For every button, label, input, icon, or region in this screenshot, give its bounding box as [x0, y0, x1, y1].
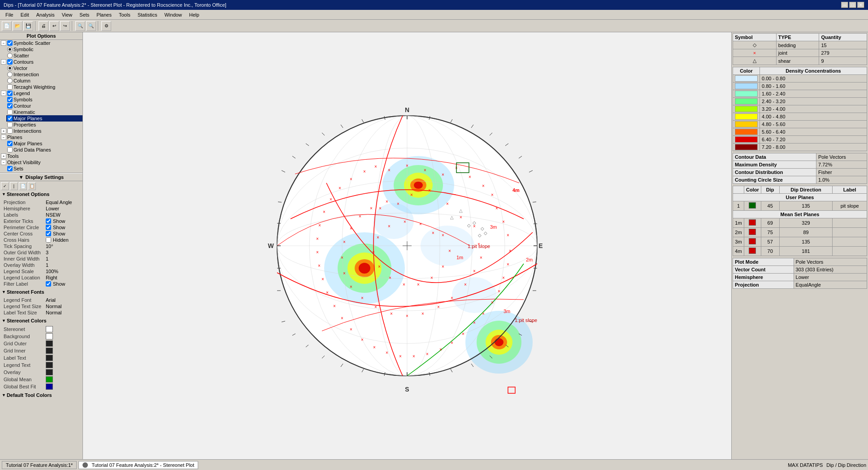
tree-symbols[interactable]: Symbols	[6, 96, 82, 103]
color-grid-outer-swatch[interactable]	[46, 340, 53, 347]
save-button[interactable]: 💾	[23, 21, 33, 31]
menu-analysis[interactable]: Analysis	[33, 11, 58, 18]
expand-symbolic-scatter[interactable]: −	[1, 40, 6, 46]
radio-symbolic[interactable]	[7, 47, 13, 52]
filter-button[interactable]: ⚙	[101, 21, 111, 31]
tree-object-visibility[interactable]: − Object Visibility	[0, 159, 82, 165]
menu-help[interactable]: Help	[186, 11, 203, 18]
check-button[interactable]: ✓	[1, 182, 9, 190]
toolbar-btn3[interactable]: 📄	[19, 182, 27, 190]
cb-center-cross[interactable]	[46, 231, 51, 236]
colors-section-header[interactable]: ▼ Stereonet Colors	[0, 318, 82, 324]
cb-grid-data-planes[interactable]	[7, 147, 13, 152]
expand-object-vis[interactable]: −	[1, 160, 6, 165]
tree-tools[interactable]: + Tools	[0, 153, 82, 159]
tree-kinematic[interactable]: Kinematic	[6, 109, 82, 115]
redo-button[interactable]: ↪	[60, 21, 70, 31]
expand-tools[interactable]: +	[1, 153, 6, 159]
tree-intersections[interactable]: + Intersections	[0, 128, 82, 134]
minimize-button[interactable]: ─	[841, 2, 848, 8]
tree-contours[interactable]: − Contours	[0, 59, 82, 65]
cb-legend[interactable]	[7, 91, 13, 96]
menu-window[interactable]: Window	[161, 11, 186, 18]
open-button[interactable]: 📂	[13, 21, 22, 31]
cb-major-planes2[interactable]	[7, 141, 13, 146]
tree-legend[interactable]: − Legend	[0, 90, 82, 96]
menu-tools[interactable]: Tools	[115, 11, 134, 18]
toolbar: 📄 📂 💾 🖨 ↩ ↪ 🔍 🔍 ⚙	[0, 20, 868, 32]
menu-edit[interactable]: Edit	[17, 11, 33, 18]
color-background-swatch[interactable]	[46, 333, 53, 339]
tree-contour-legend[interactable]: Contour	[6, 103, 82, 109]
user-plane-1-color	[744, 201, 761, 211]
tree-symbolic[interactable]: Symbolic	[6, 46, 82, 52]
close-button[interactable]: ✕	[857, 2, 864, 8]
cb-kinematic[interactable]	[7, 109, 13, 115]
cb-major-planes[interactable]	[7, 116, 13, 121]
color-global-mean-swatch[interactable]	[46, 376, 53, 383]
radio-scatter[interactable]	[7, 53, 13, 58]
tree-major-planes2[interactable]: Major Planes	[6, 140, 82, 147]
cb-symbols[interactable]	[7, 97, 13, 102]
cb-sets[interactable]	[7, 166, 13, 171]
cb-contours[interactable]	[7, 59, 13, 65]
expand-legend[interactable]: −	[1, 91, 6, 96]
menu-statistics[interactable]: Statistics	[134, 11, 161, 18]
tree-properties[interactable]: Properties	[6, 122, 82, 128]
tree-sets[interactable]: Sets	[6, 165, 82, 172]
cb-cross-hairs[interactable]	[46, 237, 51, 243]
status-tab-2[interactable]: Tutorial 07 Feature Analysis:2* - Stereo…	[78, 461, 198, 469]
expand-intersections[interactable]: +	[1, 128, 6, 134]
radio-vector[interactable]	[7, 65, 13, 71]
cb-intersections[interactable]	[7, 128, 13, 134]
tree-terzaghi[interactable]: Terzaghi Weighting	[0, 84, 82, 90]
maximize-button[interactable]: □	[849, 2, 856, 8]
menu-planes[interactable]: Planes	[93, 11, 115, 18]
tree-vector[interactable]: Vector	[6, 65, 82, 71]
cb-terzaghi[interactable]	[7, 84, 13, 90]
cb-perimeter-circle[interactable]	[46, 225, 51, 230]
fonts-section-header[interactable]: ▼ Stereonet Fonts	[0, 289, 82, 295]
zoom-in-button[interactable]: 🔍	[75, 21, 85, 31]
cb-properties[interactable]	[7, 122, 13, 127]
cb-exterior-ticks[interactable]	[46, 218, 51, 224]
color-grid-inner-swatch[interactable]	[46, 348, 53, 354]
tree-grid-data-planes[interactable]: Grid Data Planes	[6, 147, 82, 153]
stereonet-options-header[interactable]: ▼ Stereonet Options	[0, 191, 82, 197]
tree-planes[interactable]: − Planes	[0, 134, 82, 140]
toolbar-btn4[interactable]: 📋	[28, 182, 36, 190]
color-label-text-swatch[interactable]	[46, 355, 53, 361]
print-button[interactable]: 🖨	[39, 21, 48, 31]
menu-sets[interactable]: Sets	[76, 11, 93, 18]
tree-intersection[interactable]: Intersection	[6, 71, 82, 78]
default-tool-colors-header[interactable]: ▼ Default Tool Colors	[0, 392, 82, 398]
toolbar-btn2[interactable]: |	[10, 182, 18, 190]
menu-file[interactable]: File	[2, 11, 17, 18]
color-global-best-fit-swatch[interactable]	[46, 383, 53, 390]
cb-symbolic-scatter[interactable]	[7, 40, 13, 46]
expand-planes[interactable]: −	[1, 135, 6, 140]
status-tab-1[interactable]: Tutorial 07 Feature Analysis:1*	[2, 461, 77, 469]
stereonet-plot[interactable]: × × × × × × × × × × × × × × × × × × × ×	[255, 93, 560, 398]
settings-collapse-icon[interactable]: ▼	[19, 174, 24, 180]
window-controls[interactable]: ─ □ ✕	[841, 2, 864, 8]
tree-major-planes[interactable]: Major Planes	[6, 115, 82, 122]
tree-scatter[interactable]: Scatter	[6, 52, 82, 59]
color-legend-text-swatch[interactable]	[46, 362, 53, 368]
zoom-out-button[interactable]: 🔍	[86, 21, 96, 31]
menu-view[interactable]: View	[58, 11, 76, 18]
expand-contours[interactable]: −	[1, 59, 6, 65]
tree-column[interactable]: Column	[6, 78, 82, 84]
tree-symbolic-scatter[interactable]: − Symbolic Scatter	[0, 40, 82, 46]
cb-contour-legend[interactable]	[7, 103, 13, 109]
cb-filter-label[interactable]	[46, 281, 51, 287]
radio-column[interactable]	[7, 78, 13, 83]
undo-button[interactable]: ↩	[49, 21, 59, 31]
mean-plane-3m: 3m 57 135	[733, 237, 867, 247]
svg-text:◇: ◇	[473, 220, 476, 225]
color-overlay-swatch[interactable]	[46, 369, 53, 375]
new-button[interactable]: 📄	[2, 21, 12, 31]
svg-text:×: ×	[379, 206, 382, 211]
radio-intersection[interactable]	[7, 72, 13, 77]
color-stereonet-swatch[interactable]	[46, 326, 53, 332]
